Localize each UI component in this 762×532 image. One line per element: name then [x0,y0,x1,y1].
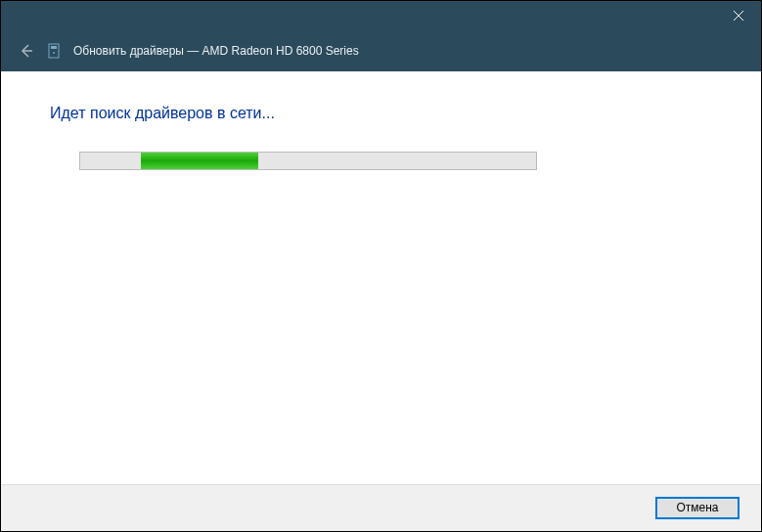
device-icon [48,43,60,59]
svg-rect-4 [51,46,57,49]
back-arrow-icon [19,43,34,59]
close-button[interactable] [716,1,761,30]
dialog-content: Идет поиск драйверов в сети... [1,71,761,484]
progress-chunk [141,153,258,169]
driver-update-dialog: Обновить драйверы — AMD Radeon HD 6800 S… [0,0,762,532]
progress-bar [79,152,537,170]
svg-point-5 [53,52,55,54]
dialog-footer: Отмена [1,484,761,531]
dialog-title: Обновить драйверы — AMD Radeon HD 6800 S… [73,44,359,58]
back-button[interactable] [19,43,34,59]
close-icon [734,11,743,21]
status-text: Идет поиск драйверов в сети... [50,105,712,122]
cancel-button[interactable]: Отмена [655,497,740,519]
titlebar [1,1,761,30]
dialog-header: Обновить драйверы — AMD Radeon HD 6800 S… [1,30,761,71]
